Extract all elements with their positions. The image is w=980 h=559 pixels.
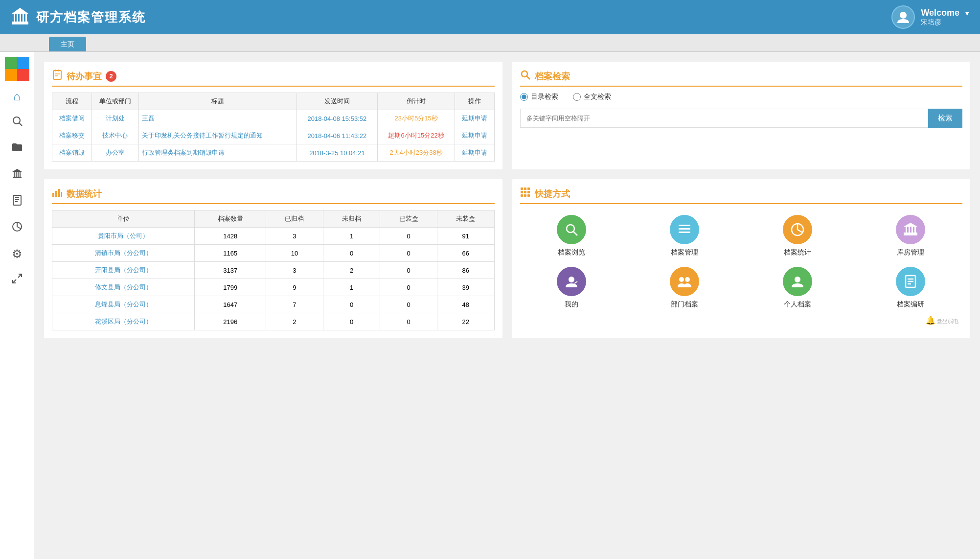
stats-unit[interactable]: 息烽县局（分公司） — [52, 296, 195, 313]
pending-sendtime: 2018-04-08 15:53:52 — [296, 110, 378, 127]
svg-rect-12 — [16, 172, 17, 177]
stats-unit[interactable]: 开阳县局（分公司） — [52, 262, 195, 279]
quick-item-stats[interactable]: 档案统计 — [746, 215, 849, 257]
stats-total: 2196 — [195, 313, 266, 330]
folder-icon — [11, 141, 23, 156]
quick-panel: 快捷方式 档案浏览 档案管理 档案统计 库房管理 我的 部门档案 — [512, 179, 971, 338]
svg-rect-34 — [521, 187, 523, 190]
header-right: Welcome ▼ 宋培彦 — [891, 5, 970, 29]
pie-icon — [11, 221, 23, 235]
stats-unit[interactable]: 贵阳市局（公司） — [52, 228, 195, 245]
sidebar-item-home[interactable]: ⌂ — [0, 84, 34, 109]
col-process: 流程 — [52, 93, 92, 110]
sidebar-item-search[interactable] — [0, 109, 34, 136]
quick-item-dept_archive[interactable]: 部门档案 — [633, 267, 736, 309]
stats-archived: 2 — [266, 313, 323, 330]
quick-item-edit[interactable]: 档案编研 — [859, 267, 962, 309]
radio-fulltext[interactable]: 全文检索 — [573, 93, 611, 101]
stats-archived: 3 — [266, 262, 323, 279]
svg-rect-52 — [912, 227, 913, 233]
color-block-green — [5, 57, 17, 69]
stats-row: 开阳县局（分公司） 3137 3 2 0 86 — [52, 262, 495, 279]
quick-icon-browse — [557, 215, 586, 244]
color-block-orange — [5, 69, 17, 81]
pending-countdown: 2天4小时23分38秒 — [378, 144, 455, 162]
svg-point-43 — [567, 225, 574, 233]
quick-icon-mine — [557, 267, 586, 296]
stats-total: 1165 — [195, 245, 266, 262]
main-layout: ⌂ — [0, 52, 980, 559]
sidebar-item-settings[interactable]: ⚙ — [0, 241, 34, 267]
pending-title[interactable]: 关于印发机关公务接待工作暂行规定的通知 — [139, 127, 296, 144]
svg-point-8 — [13, 117, 20, 124]
svg-rect-31 — [55, 191, 57, 197]
pending-action[interactable]: 延期申请 — [455, 110, 494, 127]
stats-archived: 3 — [266, 228, 323, 245]
stats-unboxed: 22 — [437, 313, 494, 330]
pending-action[interactable]: 延期申请 — [455, 144, 494, 162]
pending-action[interactable]: 延期申请 — [455, 127, 494, 144]
tab-bar: 主页 — [0, 34, 980, 52]
quick-item-browse[interactable]: 档案浏览 — [520, 215, 623, 257]
pending-header: 待办事宜 2 — [52, 70, 495, 87]
quick-icon-dept_archive — [670, 267, 699, 296]
stats-archived: 7 — [266, 296, 323, 313]
sidebar-item-stats[interactable] — [0, 215, 34, 241]
pending-dept[interactable]: 计划处 — [91, 110, 139, 127]
svg-point-7 — [900, 12, 907, 19]
welcome-label: Welcome ▼ — [921, 8, 970, 18]
svg-line-9 — [19, 123, 22, 126]
svg-rect-39 — [527, 191, 530, 193]
stats-unarchived: 0 — [323, 245, 380, 262]
stats-unit[interactable]: 花溪区局（分公司） — [52, 313, 195, 330]
svg-rect-4 — [23, 14, 24, 22]
pending-dept[interactable]: 技术中心 — [91, 127, 139, 144]
stats-unarchived: 2 — [323, 262, 380, 279]
stats-boxed: 0 — [380, 313, 437, 330]
svg-line-56 — [574, 281, 577, 283]
quick-label-mine: 我的 — [565, 300, 578, 309]
quick-item-mine[interactable]: 我的 — [520, 267, 623, 309]
pending-dept[interactable]: 办公室 — [91, 144, 139, 162]
pending-icon — [52, 70, 63, 83]
stats-unit[interactable]: 修文县局（分公司） — [52, 279, 195, 296]
stats-row: 息烽县局（分公司） 1647 7 0 0 48 — [52, 296, 495, 313]
sidebar-item-doc[interactable] — [0, 188, 34, 215]
stats-boxed: 0 — [380, 262, 437, 279]
pending-title[interactable]: 行政管理类档案到期销毁申请 — [139, 144, 296, 162]
stats-col-4: 已装盒 — [380, 210, 437, 228]
pending-title[interactable]: 王磊 — [139, 110, 296, 127]
sidebar-color-blocks — [5, 57, 29, 81]
stats-col-5: 未装盒 — [437, 210, 494, 228]
quick-access-grid: 档案浏览 档案管理 档案统计 库房管理 我的 部门档案 个人档案 — [520, 210, 963, 314]
pending-process[interactable]: 档案移交 — [52, 127, 92, 144]
sidebar-item-archive[interactable] — [0, 136, 34, 162]
quick-item-personal[interactable]: 个人档案 — [746, 267, 849, 309]
tab-home[interactable]: 主页 — [49, 37, 86, 51]
svg-rect-0 — [12, 22, 28, 24]
search-input[interactable] — [520, 109, 929, 128]
pending-process[interactable]: 档案销毁 — [52, 144, 92, 162]
search-button[interactable]: 检索 — [928, 109, 962, 128]
app-title: 研方档案管理系统 — [36, 9, 146, 26]
pending-process[interactable]: 档案借阅 — [52, 110, 92, 127]
stats-unarchived: 1 — [323, 228, 380, 245]
radio-catalog[interactable]: 目录检索 — [520, 93, 558, 101]
pending-panel: 待办事宜 2 流程 单位或部门 标题 发送时间 倒计时 操作 档案借阅 计划处 … — [44, 62, 502, 169]
sidebar-item-fullscreen[interactable] — [0, 267, 34, 293]
col-action: 操作 — [455, 93, 494, 110]
stats-unboxed: 91 — [437, 228, 494, 245]
stats-archived: 10 — [266, 245, 323, 262]
quick-item-manage[interactable]: 档案管理 — [633, 215, 736, 257]
svg-point-58 — [685, 277, 690, 282]
stats-unit[interactable]: 清镇市局（分公司） — [52, 245, 195, 262]
stats-unboxed: 66 — [437, 245, 494, 262]
svg-rect-33 — [61, 192, 62, 197]
sidebar-item-institution[interactable] — [0, 162, 34, 188]
pending-title: 待办事宜 — [67, 70, 102, 82]
quick-item-warehouse[interactable]: 库房管理 — [859, 215, 962, 257]
svg-rect-30 — [52, 193, 54, 197]
quick-icon-edit — [896, 267, 925, 296]
stats-header: 数据统计 — [52, 187, 495, 204]
svg-rect-46 — [679, 228, 690, 230]
